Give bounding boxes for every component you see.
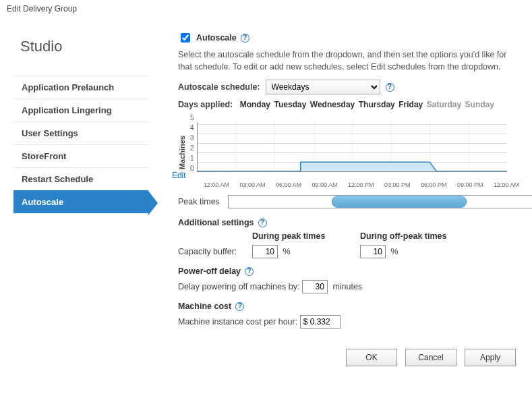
sidebar-item-user-settings[interactable]: User Settings bbox=[13, 121, 148, 144]
poweroff-delay-label: Delay powering off machines by: bbox=[178, 282, 299, 291]
column-offpeak-header: During off-peak times bbox=[360, 231, 495, 241]
column-peak-header: During peak times bbox=[252, 231, 360, 241]
sidebar-item-application-prelaunch[interactable]: Application Prelaunch bbox=[13, 76, 148, 98]
dialog-footer: OK Cancel Apply bbox=[0, 339, 532, 376]
autoscale-checkbox-label: Autoscale bbox=[196, 33, 237, 42]
help-icon[interactable]: ? bbox=[386, 83, 394, 92]
capacity-peak-input[interactable] bbox=[252, 245, 278, 258]
additional-settings-title: Additional settings bbox=[178, 218, 254, 227]
studio-title: Studio bbox=[20, 38, 148, 55]
capacity-offpeak-unit: % bbox=[390, 247, 398, 256]
machine-cost-input[interactable] bbox=[300, 315, 341, 329]
help-icon[interactable]: ? bbox=[235, 302, 244, 311]
chart-x-ticks: 12:00 AM 03:00 AM 06:00 AM 09:00 AM 12:0… bbox=[204, 181, 519, 188]
poweroff-delay-input[interactable] bbox=[302, 280, 328, 293]
machine-cost-label: Machine instance cost per hour: bbox=[178, 317, 297, 326]
sidebar-item-application-lingering[interactable]: Application Lingering bbox=[13, 98, 148, 121]
sidebar-item-restart-schedule[interactable]: Restart Schedule bbox=[13, 167, 148, 190]
main-panel: Autoscale ? Select the autoscale schedul… bbox=[178, 31, 532, 333]
sidebar-item-storefront[interactable]: StoreFront bbox=[13, 144, 148, 167]
apply-button[interactable]: Apply bbox=[465, 349, 516, 366]
day-thursday: Thursday bbox=[359, 100, 395, 109]
help-icon[interactable]: ? bbox=[241, 34, 249, 42]
day-wednesday: Wednesday bbox=[310, 100, 355, 109]
help-icon[interactable]: ? bbox=[245, 267, 254, 276]
autoscale-checkbox[interactable] bbox=[181, 33, 190, 42]
capacity-peak-unit: % bbox=[283, 247, 290, 256]
chart-plot-area[interactable] bbox=[197, 122, 507, 172]
capacity-buffer-label: Capacity buffer: bbox=[178, 247, 252, 256]
machine-cost-title: Machine cost bbox=[178, 302, 231, 311]
help-icon[interactable]: ? bbox=[258, 219, 267, 227]
sidebar-item-autoscale[interactable]: Autoscale bbox=[13, 190, 148, 214]
days-applied-row: Days applied: Monday Tuesday Wednesday T… bbox=[178, 100, 532, 109]
days-applied-label: Days applied: bbox=[178, 100, 233, 109]
cancel-button[interactable]: Cancel bbox=[405, 349, 456, 366]
machines-chart: Machines 0 1 2 3 4 5 bbox=[178, 115, 532, 181]
chart-y-ticks: 0 1 2 3 4 5 bbox=[190, 115, 194, 172]
sidebar: Studio Application Prelaunch Application… bbox=[13, 31, 148, 333]
schedule-label: Autoscale schedule: bbox=[178, 82, 260, 92]
day-saturday: Saturday bbox=[427, 100, 461, 109]
poweroff-delay-title: Power-off delay bbox=[178, 266, 241, 276]
ok-button[interactable]: OK bbox=[346, 349, 397, 366]
peak-fill[interactable] bbox=[332, 196, 467, 208]
window-title: Edit Delivery Group bbox=[0, 0, 532, 18]
autoscale-description: Select the autoscale schedule from the d… bbox=[178, 49, 515, 73]
day-monday: Monday bbox=[240, 100, 270, 109]
peak-times-bar[interactable] bbox=[228, 195, 532, 208]
schedule-select[interactable]: Weekdays bbox=[266, 80, 380, 94]
day-tuesday: Tuesday bbox=[274, 100, 307, 109]
chart-y-axis-label: Machines bbox=[178, 127, 186, 169]
day-sunday: Sunday bbox=[465, 100, 494, 109]
capacity-offpeak-input[interactable] bbox=[360, 245, 386, 258]
edit-chart-link[interactable]: Edit bbox=[172, 171, 186, 180]
poweroff-delay-unit: minutes bbox=[332, 282, 362, 291]
peak-times-label: Peak times bbox=[178, 197, 223, 206]
day-friday: Friday bbox=[398, 100, 423, 109]
